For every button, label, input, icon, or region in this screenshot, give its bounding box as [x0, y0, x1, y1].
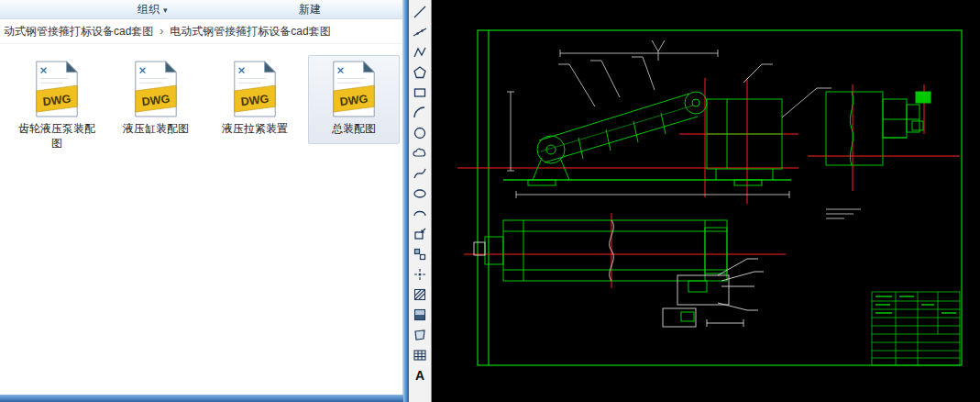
breadcrumb: 动式钢管接箍打标设备cad套图 › 电动式钢管接箍打标设备cad套图 [0, 19, 402, 44]
circle-icon[interactable] [410, 123, 430, 143]
file-item[interactable]: DWG 液压缸装配图 [110, 55, 202, 144]
end-view [826, 92, 930, 165]
cad-drawing [432, 0, 980, 402]
rectangle-icon[interactable] [410, 83, 430, 103]
construction-line-icon[interactable] [410, 22, 430, 42]
file-name: 齿轮液压泵装配图 [16, 122, 98, 151]
new-label: 新建 [299, 2, 321, 17]
ellipse-icon[interactable] [410, 184, 430, 204]
file-list: DWG 齿轮液压泵装配图 DWG 液压缸装配图 [0, 44, 402, 402]
explorer-command-bar: 组织 ▾ 新建 [0, 0, 402, 19]
point-icon[interactable] [410, 264, 430, 285]
top-view [485, 220, 727, 281]
explorer-window: 组织 ▾ 新建 动式钢管接箍打标设备cad套图 › 电动式钢管接箍打标设备cad… [0, 0, 403, 402]
insert-block-icon[interactable] [410, 224, 430, 244]
file-item[interactable]: DWG 液压拉紧装置 [209, 55, 301, 144]
chevron-down-icon: ▾ [163, 6, 168, 15]
file-name: 液压拉紧装置 [222, 122, 288, 137]
window-bottom-border [0, 395, 403, 402]
file-item[interactable]: DWG 齿轮液压泵装配图 [11, 55, 103, 158]
gradient-icon[interactable] [410, 305, 430, 325]
polyline-icon[interactable] [410, 42, 430, 62]
arc-icon[interactable] [410, 103, 430, 123]
title-block [872, 292, 960, 365]
file-name: 液压缸装配图 [123, 122, 189, 137]
dwg-file-icon: DWG [130, 61, 182, 117]
dwg-file-icon: DWG [31, 61, 83, 117]
ellipse-arc-icon[interactable] [410, 204, 430, 224]
mtext-label: A [415, 369, 424, 382]
spline-icon[interactable] [410, 163, 430, 184]
hatch-icon[interactable] [410, 285, 430, 305]
breadcrumb-segment-1[interactable]: 动式钢管接箍打标设备cad套图 [2, 22, 155, 41]
organize-label: 组织 [138, 2, 160, 17]
dwg-file-icon: DWG [328, 61, 380, 117]
make-block-icon[interactable] [410, 244, 430, 264]
polygon-icon[interactable] [410, 62, 430, 83]
side-view [503, 92, 791, 185]
file-item-selected[interactable]: DWG 总装配图 [308, 55, 400, 144]
region-icon[interactable] [410, 325, 430, 345]
dimension-lines [507, 40, 861, 218]
file-name: 总装配图 [332, 122, 376, 137]
cad-draw-toolbar: A [409, 0, 432, 402]
new-button[interactable]: 新建 [292, 0, 328, 19]
dwg-file-icon: DWG [229, 61, 281, 117]
desktop: 组织 ▾ 新建 动式钢管接箍打标设备cad套图 › 电动式钢管接箍打标设备cad… [0, 0, 980, 402]
organize-button[interactable]: 组织 ▾ [130, 0, 175, 19]
cad-canvas[interactable] [432, 0, 980, 402]
breadcrumb-separator-icon: › [160, 25, 163, 38]
table-icon[interactable] [410, 345, 430, 365]
sheet-frame [478, 30, 962, 365]
mtext-icon[interactable]: A [410, 365, 430, 385]
line-icon[interactable] [410, 2, 430, 22]
revcloud-icon[interactable] [410, 143, 430, 163]
centerlines [457, 78, 960, 288]
breadcrumb-segment-2[interactable]: 电动式钢管接箍打标设备cad套图 [168, 22, 332, 41]
